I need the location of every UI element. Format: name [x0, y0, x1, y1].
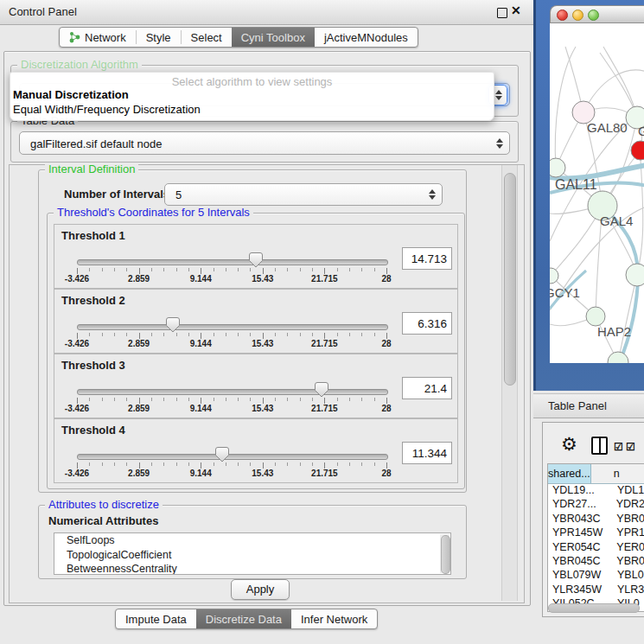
table-row[interactable]: YBR045CYBR0 [548, 555, 644, 569]
cell-shared-name[interactable]: YBL079W [548, 569, 614, 583]
num-intervals-combobox[interactable]: 5 [164, 183, 443, 206]
tab-style[interactable]: Style [137, 28, 181, 47]
threshold-label: Threshold 4 [61, 424, 125, 437]
table-row[interactable]: YDR27...YDR2 [548, 498, 644, 512]
threshold-value-field[interactable]: 14.713 [402, 247, 452, 270]
checkbox-icon[interactable]: ☑ [614, 441, 624, 453]
slider-track[interactable] [77, 324, 388, 330]
slider-track[interactable] [77, 259, 388, 265]
slider-thumb[interactable] [249, 252, 263, 268]
dropdown-option[interactable]: Manual Discretization [13, 88, 129, 101]
slider-tick [312, 268, 313, 271]
slider-track[interactable] [77, 454, 388, 460]
slider-track[interactable] [77, 389, 388, 395]
tab-label: Impute Data [125, 613, 187, 626]
column-header-name[interactable]: n [591, 464, 644, 483]
close-icon[interactable]: ✕ [511, 3, 521, 17]
cell-name[interactable]: YER0 [613, 541, 644, 555]
column-header-shared[interactable]: shared... [548, 464, 591, 483]
table-panel-title: Table Panel [548, 399, 607, 412]
cell-name[interactable]: YBR0 [613, 513, 644, 526]
slider-tick [114, 398, 115, 401]
attribute-list-item[interactable]: BetweennessCentrality [54, 562, 450, 575]
cell-shared-name[interactable]: YDL19... [548, 484, 614, 498]
slider-tick-label: 21.715 [311, 404, 338, 413]
apply-button[interactable]: Apply [231, 579, 290, 600]
slider-tick [275, 462, 276, 466]
slider-tick [188, 268, 189, 271]
cell-name[interactable]: YLR3 [614, 583, 644, 597]
tab-discretize-data[interactable]: Discretize Data [196, 609, 291, 628]
tab-select[interactable]: Select [182, 28, 232, 47]
slider-tick [324, 268, 325, 274]
cell-name[interactable]: YBL0 [614, 569, 644, 583]
cell-shared-name[interactable]: YER054C [548, 541, 613, 555]
mac-zoom-icon[interactable] [588, 10, 599, 21]
table-row[interactable]: YPR145WYPR1 [548, 526, 644, 540]
slider-tick [300, 398, 301, 401]
slider-thumb[interactable] [215, 447, 229, 462]
attribute-list-item[interactable]: SelfLoops [54, 533, 450, 548]
table-row[interactable]: YLR345WYLR3 [548, 583, 644, 597]
tab-network[interactable]: Network [60, 28, 136, 47]
cell-name[interactable]: YBR0 [613, 555, 644, 569]
slider-thumb[interactable] [315, 382, 328, 398]
cell-shared-name[interactable]: YDR27... [548, 498, 613, 512]
cell-name[interactable]: YPR1 [613, 526, 644, 540]
threshold-label: Threshold 2 [61, 294, 125, 307]
cell-shared-name[interactable]: YPR145W [548, 526, 613, 540]
slider-tick [163, 462, 164, 466]
mac-close-icon[interactable] [557, 10, 568, 21]
scrollbar-thumb[interactable] [504, 173, 516, 386]
network-canvas[interactable]: GAL80 GA C GAL11 GAL4 GCY1 H HAP2 [550, 23, 644, 363]
horizontal-scrollbar[interactable] [548, 603, 640, 613]
table-row[interactable]: YER054CYER0 [548, 541, 644, 555]
numerical-attributes-list[interactable]: SelfLoopsTopologicalCoefficientBetweenne… [54, 532, 451, 575]
threshold-value-field[interactable]: 11.344 [402, 442, 452, 464]
node-label: HAP2 [597, 324, 631, 339]
table-row[interactable]: YBR043CYBR0 [548, 513, 644, 526]
slider-tick [89, 398, 90, 401]
gear-icon[interactable]: ⚙ [561, 436, 577, 453]
slider-tick [312, 398, 313, 401]
scrollbar-thumb[interactable] [441, 535, 450, 574]
cell-shared-name[interactable]: YBR043C [548, 513, 613, 526]
tab-cyni-toolbox[interactable]: Cyni Toolbox [232, 28, 315, 47]
mac-minimize-icon[interactable] [572, 10, 583, 21]
slider-thumb[interactable] [166, 317, 180, 333]
table-data-combobox[interactable]: galFiltered.sif default node [19, 131, 510, 155]
cell-shared-name[interactable]: YBR045C [548, 555, 613, 569]
slider-tick [102, 398, 103, 401]
slider-tick [250, 398, 251, 401]
column-split-icon[interactable] [591, 437, 608, 455]
table-row[interactable]: YDL19...YDL1 [548, 484, 644, 498]
tab-impute-data[interactable]: Impute Data [116, 609, 196, 628]
tab-jactivemnodules[interactable]: jActiveMNodules [315, 28, 418, 47]
cell-name[interactable]: YDL1 [614, 484, 644, 498]
slider-tick-label: -3.426 [65, 274, 89, 284]
tab-infer-network[interactable]: Infer Network [291, 609, 377, 628]
table-row[interactable]: YBL079WYBL0 [548, 569, 644, 583]
control-panel-titlebar: Control Panel ✕ [0, 0, 533, 25]
dropdown-option[interactable]: Equal Width/Frequency Discretization [13, 103, 201, 116]
slider-tick [214, 333, 214, 336]
list-scrollbar[interactable] [440, 534, 450, 573]
slider-tick-label: 2.859 [128, 469, 150, 478]
slider-tick [214, 462, 214, 466]
slider-tick [250, 268, 251, 271]
attributes-group-title: Attributes to discretize [45, 499, 163, 511]
float-window-icon[interactable] [497, 8, 507, 18]
num-intervals-label: Number of Intervals [64, 188, 169, 201]
slider-tick [361, 462, 362, 466]
vertical-scrollbar[interactable] [501, 165, 518, 601]
attribute-list-item[interactable]: TopologicalCoefficient [54, 548, 450, 563]
node-label: GAL11 [555, 177, 597, 192]
slider-tick [349, 333, 350, 336]
threshold-value-field[interactable]: 6.316 [402, 312, 452, 335]
slider-tick [287, 462, 288, 466]
cell-name[interactable]: YDR2 [613, 498, 644, 512]
checkbox-icon[interactable]: ☑ [626, 441, 636, 453]
node-table[interactable]: shared... n YDL19...YDL1YDR27...YDR2YBR0… [547, 463, 644, 612]
cell-shared-name[interactable]: YLR345W [548, 583, 614, 597]
threshold-value-field[interactable]: 21.4 [402, 377, 452, 399]
